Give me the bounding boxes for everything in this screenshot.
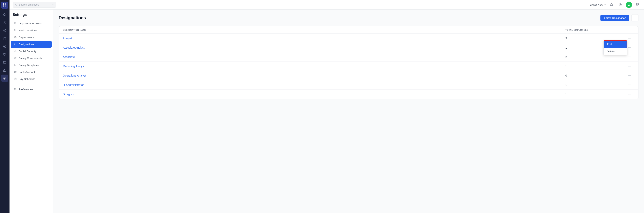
designation-link-associate[interactable]: Associate xyxy=(63,55,75,59)
download-button[interactable] xyxy=(631,14,638,22)
svg-rect-8 xyxy=(638,5,639,6)
dropdown-icon xyxy=(52,4,54,6)
page-title: Designations xyxy=(58,15,86,21)
bank-accounts-icon xyxy=(14,70,17,74)
grid-icon[interactable] xyxy=(634,2,641,8)
svg-point-10 xyxy=(630,38,631,39)
work-locations-icon xyxy=(14,29,17,32)
salary-templates-label: Salary Templates xyxy=(18,64,39,67)
rail-heart-icon[interactable] xyxy=(1,51,8,58)
sidebar-item-social-security[interactable]: Social Security xyxy=(11,48,52,55)
table-row: Operations Analyst 0 xyxy=(59,71,638,80)
designations-label: Designations xyxy=(18,43,34,46)
sidebar-item-designations[interactable]: Designations xyxy=(11,41,52,48)
new-designation-label: + New Designation xyxy=(604,17,626,20)
employee-count-associate: 2 xyxy=(566,55,625,59)
org-selector[interactable]: Zylker KSA xyxy=(590,3,606,6)
sidebar-item-salary-components[interactable]: Salary Components xyxy=(11,55,52,62)
svg-point-22 xyxy=(630,75,631,76)
sidebar-item-work-locations[interactable]: Work Locations xyxy=(11,27,52,34)
social-security-label: Social Security xyxy=(18,50,36,53)
svg-point-27 xyxy=(629,94,630,94)
svg-point-14 xyxy=(628,47,629,48)
sidebar-item-preferences[interactable]: Preferences xyxy=(11,86,52,93)
topbar: Zylker KSA Z xyxy=(10,0,644,10)
context-menu-edit[interactable]: Edit xyxy=(604,40,627,48)
employee-count-hr-administrator: 1 xyxy=(566,83,625,86)
svg-point-23 xyxy=(628,75,629,76)
row-action-analyst[interactable] xyxy=(625,37,634,40)
svg-point-29 xyxy=(628,94,629,94)
rail-badge-icon[interactable] xyxy=(1,43,8,50)
search-icon xyxy=(15,3,18,6)
sidebar-item-organization-profile[interactable]: Organization Profile xyxy=(11,20,52,27)
departments-icon xyxy=(14,36,17,39)
col-designation-name: DESIGNATION NAME xyxy=(63,29,566,31)
svg-rect-5 xyxy=(636,3,637,4)
row-action-associate[interactable] xyxy=(625,55,634,59)
table-header: DESIGNATION NAME TOTAL EMPLOYEES xyxy=(59,26,638,34)
employee-count-designer: 1 xyxy=(566,93,625,96)
rail-person-icon[interactable] xyxy=(1,19,8,26)
app-logo xyxy=(1,2,8,9)
svg-point-19 xyxy=(630,66,631,66)
table-row: Analyst 3 xyxy=(59,34,638,43)
sidebar-item-bank-accounts[interactable]: Bank Accounts xyxy=(11,69,52,76)
rail-folder-icon[interactable] xyxy=(1,59,8,66)
table-row: Designer 1 xyxy=(59,90,638,99)
sidebar-item-departments[interactable]: Departments xyxy=(11,34,52,41)
svg-point-9 xyxy=(629,38,630,39)
svg-point-18 xyxy=(629,66,630,66)
preferences-label: Preferences xyxy=(18,88,33,91)
row-action-designer[interactable] xyxy=(625,92,634,96)
sidebar-item-salary-templates[interactable]: Salary Templates xyxy=(11,62,52,69)
avatar[interactable]: Z xyxy=(626,2,632,8)
svg-point-24 xyxy=(629,85,630,85)
sidebar-divider xyxy=(13,84,50,84)
designation-link-hr-administrator[interactable]: HR Administrator xyxy=(63,83,84,86)
context-menu: Edit Delete xyxy=(604,40,627,55)
table-row: Associate 2 xyxy=(59,52,638,62)
rail-location-icon[interactable] xyxy=(1,27,8,34)
rail-settings-icon[interactable] xyxy=(1,75,8,82)
row-action-hr-administrator[interactable] xyxy=(625,83,634,87)
search-box[interactable] xyxy=(13,2,56,8)
icon-rail xyxy=(0,0,10,213)
designation-link-operations-analyst[interactable]: Operations Analyst xyxy=(63,74,86,77)
rail-chart-icon[interactable] xyxy=(1,67,8,74)
svg-rect-3 xyxy=(5,5,6,7)
row-action-marketing-analyst[interactable] xyxy=(625,65,634,68)
work-locations-label: Work Locations xyxy=(18,29,37,32)
salary-components-icon xyxy=(14,57,17,60)
context-menu-delete[interactable]: Delete xyxy=(604,48,627,55)
pay-schedule-icon xyxy=(14,77,17,81)
rail-home-icon[interactable] xyxy=(1,11,8,18)
designation-link-marketing-analyst[interactable]: Marketing Analyst xyxy=(63,65,85,68)
org-dropdown-icon xyxy=(604,4,606,6)
org-profile-icon xyxy=(14,22,17,25)
rail-checklist-icon[interactable] xyxy=(1,35,8,42)
col-actions xyxy=(625,29,634,31)
employee-count-analyst: 3 xyxy=(566,37,625,40)
svg-point-20 xyxy=(628,66,629,66)
svg-point-13 xyxy=(630,47,631,48)
pay-schedule-label: Pay Schedule xyxy=(18,78,35,81)
table-row: Associate Analyst 1 Edit Delete xyxy=(59,43,638,52)
row-action-operations-analyst[interactable] xyxy=(625,74,634,77)
new-designation-button[interactable]: + New Designation xyxy=(600,15,629,21)
org-profile-label: Organization Profile xyxy=(18,22,42,25)
sidebar-item-pay-schedule[interactable]: Pay Schedule xyxy=(11,76,52,83)
designations-table: DESIGNATION NAME TOTAL EMPLOYEES Analyst… xyxy=(58,26,638,99)
settings-icon[interactable] xyxy=(617,2,624,8)
designation-link-analyst[interactable]: Analyst xyxy=(63,37,72,40)
svg-rect-1 xyxy=(5,3,6,5)
svg-point-16 xyxy=(630,57,631,57)
designation-link-associate-analyst[interactable]: Associate Analyst xyxy=(63,46,84,49)
notification-icon[interactable] xyxy=(608,2,615,8)
designation-link-designer[interactable]: Designer xyxy=(63,93,74,96)
sidebar: Settings Organization Profile Work Locat… xyxy=(10,10,53,213)
page-header: Designations + New Designation xyxy=(58,14,638,22)
header-actions: + New Designation xyxy=(600,14,638,22)
employee-count-operations-analyst: 0 xyxy=(566,74,625,77)
search-input[interactable] xyxy=(19,3,51,6)
